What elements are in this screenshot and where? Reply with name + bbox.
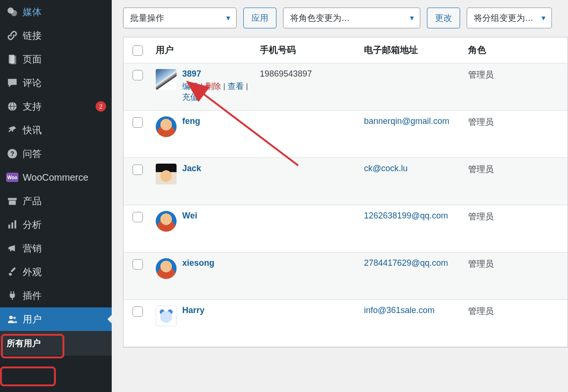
username-link[interactable]: Jack	[182, 164, 201, 173]
select-all-checkbox[interactable]	[133, 45, 143, 56]
apply-button[interactable]: 应用	[243, 8, 276, 28]
row-checkbox[interactable]	[133, 165, 143, 175]
avatar	[156, 258, 177, 279]
email-cell[interactable]: 1262638199@qq.com	[360, 205, 464, 226]
sidebar-item-plugin[interactable]: 插件	[0, 284, 112, 307]
row-checkbox[interactable]	[133, 259, 143, 270]
admin-sidebar: 媒体链接页面评论支持2快讯?问答WooWooCommerce产品分析营销外观插件…	[0, 0, 112, 392]
delete-link[interactable]: 删除	[205, 82, 221, 91]
sidebar-item-brush[interactable]: 外观	[0, 260, 112, 284]
svg-rect-13	[9, 225, 10, 228]
sidebar-item-help[interactable]: ?问答	[0, 142, 112, 166]
phone-cell: 19869543897	[256, 63, 360, 85]
sidebar-item-label: 支持	[23, 100, 93, 113]
sidebar-item-label: 媒体	[23, 6, 106, 18]
row-checkbox[interactable]	[133, 306, 143, 317]
email-cell[interactable]: 2784417629@qq.com	[360, 253, 464, 274]
brush-icon	[6, 267, 19, 277]
bulk-action-select[interactable]: 批量操作 ▼	[123, 8, 237, 28]
sidebar-sub-all-users[interactable]: 所有用户	[0, 331, 112, 356]
phone-cell	[256, 205, 360, 217]
svg-rect-12	[9, 200, 16, 205]
user-cell: Harry	[152, 300, 256, 332]
svg-point-16	[9, 316, 13, 319]
sidebar-item-label: 用户	[23, 313, 106, 326]
svg-point-17	[13, 317, 16, 320]
email-cell[interactable]: info@361sale.com	[360, 300, 464, 321]
chevron-down-icon: ▼	[225, 14, 231, 22]
phone-cell	[256, 158, 360, 169]
sidebar-item-woo[interactable]: WooWooCommerce	[0, 166, 112, 189]
change-button[interactable]: 更改	[427, 8, 460, 28]
sidebar-item-label: 页面	[23, 53, 106, 66]
sidebar-item-users[interactable]: 用户	[0, 307, 112, 331]
phone-cell	[256, 253, 360, 264]
username-link[interactable]: Harry	[182, 305, 204, 315]
sidebar-item-stats[interactable]: 分析	[0, 213, 112, 236]
email-cell[interactable]	[360, 63, 464, 75]
sidebar-item-globe[interactable]: 支持2	[0, 95, 112, 118]
table-row: Jackck@cock.lu管理员	[124, 158, 568, 205]
table-row: Harryinfo@361sale.com管理员	[124, 300, 568, 347]
woo-icon: Woo	[6, 173, 19, 182]
email-cell[interactable]: bannerqin@gmail.com	[360, 111, 464, 132]
sidebar-item-link[interactable]: 链接	[0, 24, 112, 47]
role-cell: 管理员	[464, 63, 568, 86]
svg-rect-14	[11, 222, 13, 228]
column-header-phone[interactable]: 手机号码	[256, 38, 360, 62]
column-header-user[interactable]: 用户	[152, 38, 256, 62]
phone-cell	[256, 300, 360, 311]
users-table: 用户 手机号码 电子邮箱地址 角色 3897编辑 | 删除 | 查看 | 充值1…	[123, 37, 568, 348]
sidebar-item-comment[interactable]: 评论	[0, 71, 112, 95]
table-row: xiesong2784417629@qq.com管理员	[124, 253, 568, 300]
row-checkbox[interactable]	[133, 70, 143, 80]
sidebar-item-archive[interactable]: 产品	[0, 189, 112, 213]
email-cell[interactable]: ck@cock.lu	[360, 158, 464, 179]
change-group-select[interactable]: 将分组变更为… ▼	[467, 8, 552, 28]
role-cell: 管理员	[464, 205, 568, 228]
avatar	[156, 211, 177, 232]
plugin-icon	[6, 290, 19, 301]
role-cell: 管理员	[464, 253, 568, 275]
edit-link[interactable]: 编辑	[182, 82, 198, 91]
username-link[interactable]: xiesong	[182, 258, 214, 268]
sidebar-item-label: 插件	[23, 289, 106, 302]
users-icon	[6, 314, 19, 324]
sidebar-item-pin[interactable]: 快讯	[0, 118, 112, 142]
sidebar-item-label: 快讯	[23, 124, 106, 137]
recharge-link[interactable]: 充值	[182, 93, 198, 102]
table-row: Wei1262638199@qq.com管理员	[124, 205, 568, 253]
column-header-email[interactable]: 电子邮箱地址	[360, 38, 464, 62]
svg-point-1	[11, 10, 17, 16]
svg-rect-11	[8, 198, 17, 200]
username-link[interactable]: feng	[182, 116, 200, 126]
user-cell: 3897编辑 | 删除 | 查看 | 充值	[152, 63, 256, 108]
table-row: 3897编辑 | 删除 | 查看 | 充值19869543897管理员	[124, 63, 568, 111]
sidebar-item-megaphone[interactable]: 营销	[0, 236, 112, 260]
view-link[interactable]: 查看	[228, 82, 244, 91]
user-cell: feng	[152, 111, 256, 143]
row-checkbox[interactable]	[133, 117, 143, 128]
username-link[interactable]: Wei	[182, 211, 197, 220]
username-link[interactable]: 3897	[182, 69, 201, 78]
user-cell: Wei	[152, 205, 256, 237]
column-header-role[interactable]: 角色	[464, 38, 568, 62]
sidebar-item-media[interactable]: 媒体	[0, 0, 112, 24]
svg-text:?: ?	[10, 150, 14, 157]
row-checkbox[interactable]	[133, 212, 143, 222]
sidebar-item-label: 营销	[23, 242, 106, 255]
sidebar-item-page[interactable]: 页面	[0, 47, 112, 71]
svg-text:Woo: Woo	[7, 175, 17, 180]
role-cell: 管理员	[464, 158, 568, 181]
pin-icon	[6, 125, 19, 135]
sidebar-item-label: 产品	[23, 195, 106, 208]
sidebar-item-label: 分析	[23, 218, 106, 231]
change-role-select[interactable]: 将角色变更为… ▼	[283, 8, 420, 28]
avatar	[156, 116, 177, 137]
table-header-row: 用户 手机号码 电子邮箱地址 角色	[124, 37, 568, 63]
sidebar-item-label: WooCommerce	[23, 172, 106, 183]
megaphone-icon	[6, 243, 19, 253]
row-actions: 编辑 | 删除 | 查看 | 充值	[182, 81, 252, 103]
media-icon	[6, 7, 19, 17]
main-content: 批量操作 ▼ 应用 将角色变更为… ▼ 更改 将分组变更为… ▼ 用户 手机号码…	[112, 0, 568, 392]
